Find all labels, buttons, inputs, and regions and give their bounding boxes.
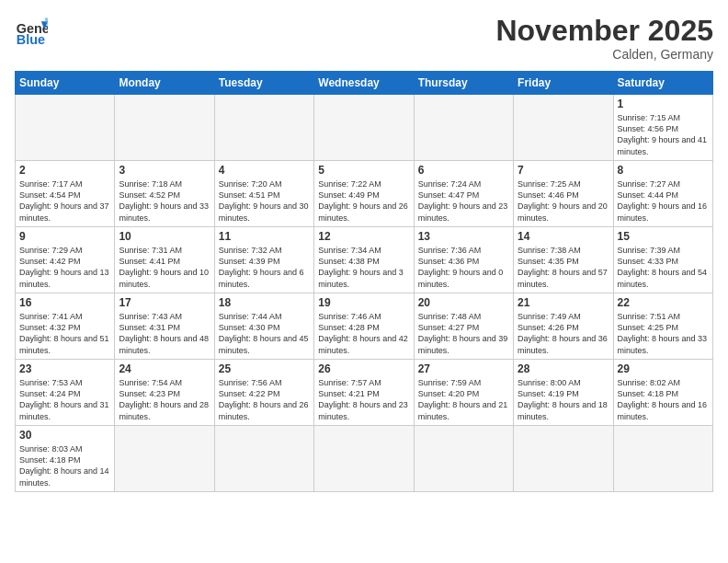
table-row: 2Sunrise: 7:17 AM Sunset: 4:54 PM Daylig…	[16, 161, 115, 227]
day-info: Sunrise: 8:00 AM Sunset: 4:19 PM Dayligh…	[518, 377, 609, 422]
table-row: 14Sunrise: 7:38 AM Sunset: 4:35 PM Dayli…	[514, 227, 613, 293]
calendar-title: November 2025	[495, 15, 713, 47]
day-number: 27	[418, 362, 509, 375]
day-info: Sunrise: 7:20 AM Sunset: 4:51 PM Dayligh…	[219, 178, 310, 224]
weekday-header-row: Sunday Monday Tuesday Wednesday Thursday…	[16, 72, 713, 95]
day-info: Sunrise: 7:56 AM Sunset: 4:22 PM Dayligh…	[219, 377, 310, 422]
calendar-week-row: 9Sunrise: 7:29 AM Sunset: 4:42 PM Daylig…	[16, 227, 713, 293]
day-info: Sunrise: 7:18 AM Sunset: 4:52 PM Dayligh…	[119, 178, 210, 224]
table-row: 4Sunrise: 7:20 AM Sunset: 4:51 PM Daylig…	[214, 161, 313, 227]
header-sunday: Sunday	[16, 72, 115, 95]
day-info: Sunrise: 7:43 AM Sunset: 4:31 PM Dayligh…	[119, 311, 210, 356]
table-row: 24Sunrise: 7:54 AM Sunset: 4:23 PM Dayli…	[115, 360, 214, 426]
day-info: Sunrise: 7:57 AM Sunset: 4:21 PM Dayligh…	[318, 377, 409, 422]
day-number: 28	[518, 362, 609, 375]
day-info: Sunrise: 7:22 AM Sunset: 4:49 PM Dayligh…	[318, 178, 409, 224]
day-info: Sunrise: 7:51 AM Sunset: 4:25 PM Dayligh…	[618, 311, 709, 356]
table-row	[414, 426, 513, 492]
day-number: 18	[219, 296, 310, 309]
day-number: 29	[618, 362, 709, 375]
calendar-table: Sunday Monday Tuesday Wednesday Thursday…	[15, 71, 713, 492]
day-number: 7	[518, 164, 609, 177]
day-info: Sunrise: 7:24 AM Sunset: 4:47 PM Dayligh…	[418, 178, 509, 224]
day-number: 6	[418, 164, 509, 177]
day-info: Sunrise: 7:44 AM Sunset: 4:30 PM Dayligh…	[219, 311, 310, 356]
table-row: 20Sunrise: 7:48 AM Sunset: 4:27 PM Dayli…	[414, 293, 513, 360]
table-row: 27Sunrise: 7:59 AM Sunset: 4:20 PM Dayli…	[414, 360, 513, 426]
table-row: 10Sunrise: 7:31 AM Sunset: 4:41 PM Dayli…	[115, 227, 214, 293]
day-number: 3	[119, 164, 210, 177]
calendar-week-row: 30Sunrise: 8:03 AM Sunset: 4:18 PM Dayli…	[16, 426, 713, 492]
day-number: 23	[19, 362, 110, 375]
table-row: 25Sunrise: 7:56 AM Sunset: 4:22 PM Dayli…	[214, 360, 313, 426]
table-row	[514, 426, 613, 492]
table-row: 13Sunrise: 7:36 AM Sunset: 4:36 PM Dayli…	[414, 227, 513, 293]
table-row	[214, 426, 313, 492]
day-number: 1	[618, 98, 709, 110]
day-info: Sunrise: 7:39 AM Sunset: 4:33 PM Dayligh…	[618, 245, 709, 290]
day-info: Sunrise: 7:32 AM Sunset: 4:39 PM Dayligh…	[219, 245, 310, 290]
table-row	[115, 426, 214, 492]
day-number: 26	[318, 362, 409, 375]
day-info: Sunrise: 7:54 AM Sunset: 4:23 PM Dayligh…	[119, 377, 210, 422]
table-row: 22Sunrise: 7:51 AM Sunset: 4:25 PM Dayli…	[613, 293, 712, 360]
day-info: Sunrise: 8:02 AM Sunset: 4:18 PM Dayligh…	[618, 377, 709, 422]
table-row: 8Sunrise: 7:27 AM Sunset: 4:44 PM Daylig…	[613, 161, 712, 227]
day-info: Sunrise: 7:36 AM Sunset: 4:36 PM Dayligh…	[418, 245, 509, 290]
table-row: 3Sunrise: 7:18 AM Sunset: 4:52 PM Daylig…	[115, 161, 214, 227]
table-row	[314, 95, 414, 161]
page: General Blue November 2025 Calden, Germa…	[0, 0, 728, 563]
day-info: Sunrise: 7:53 AM Sunset: 4:24 PM Dayligh…	[19, 377, 110, 422]
day-number: 24	[119, 362, 210, 375]
calendar-week-row: 1Sunrise: 7:15 AM Sunset: 4:56 PM Daylig…	[16, 95, 713, 161]
table-row: 17Sunrise: 7:43 AM Sunset: 4:31 PM Dayli…	[115, 293, 214, 360]
day-info: Sunrise: 7:59 AM Sunset: 4:20 PM Dayligh…	[418, 377, 509, 422]
day-number: 11	[219, 230, 310, 243]
logo-icon: General Blue	[15, 15, 48, 48]
calendar-week-row: 2Sunrise: 7:17 AM Sunset: 4:54 PM Daylig…	[16, 161, 713, 227]
table-row	[16, 95, 115, 161]
day-number: 12	[318, 230, 409, 243]
day-number: 22	[618, 296, 709, 309]
day-info: Sunrise: 7:31 AM Sunset: 4:41 PM Dayligh…	[119, 245, 210, 290]
table-row: 26Sunrise: 7:57 AM Sunset: 4:21 PM Dayli…	[314, 360, 414, 426]
table-row: 18Sunrise: 7:44 AM Sunset: 4:30 PM Dayli…	[214, 293, 313, 360]
header-wednesday: Wednesday	[314, 72, 414, 95]
table-row	[314, 426, 414, 492]
day-number: 25	[219, 362, 310, 375]
table-row: 11Sunrise: 7:32 AM Sunset: 4:39 PM Dayli…	[214, 227, 313, 293]
day-info: Sunrise: 7:41 AM Sunset: 4:32 PM Dayligh…	[19, 311, 110, 356]
day-info: Sunrise: 7:49 AM Sunset: 4:26 PM Dayligh…	[518, 311, 609, 356]
header-thursday: Thursday	[414, 72, 513, 95]
day-number: 5	[318, 164, 409, 177]
table-row: 7Sunrise: 7:25 AM Sunset: 4:46 PM Daylig…	[514, 161, 613, 227]
table-row: 1Sunrise: 7:15 AM Sunset: 4:56 PM Daylig…	[613, 95, 712, 161]
day-info: Sunrise: 7:34 AM Sunset: 4:38 PM Dayligh…	[318, 245, 409, 290]
day-number: 17	[119, 296, 210, 309]
day-number: 19	[318, 296, 409, 309]
day-info: Sunrise: 8:03 AM Sunset: 4:18 PM Dayligh…	[19, 443, 110, 488]
table-row	[613, 426, 712, 492]
day-info: Sunrise: 7:17 AM Sunset: 4:54 PM Dayligh…	[19, 178, 110, 224]
day-number: 30	[19, 429, 110, 442]
day-number: 2	[19, 164, 110, 177]
header-saturday: Saturday	[613, 72, 712, 95]
day-number: 21	[518, 296, 609, 309]
table-row: 28Sunrise: 8:00 AM Sunset: 4:19 PM Dayli…	[514, 360, 613, 426]
table-row: 6Sunrise: 7:24 AM Sunset: 4:47 PM Daylig…	[414, 161, 513, 227]
day-number: 14	[518, 230, 609, 243]
table-row: 21Sunrise: 7:49 AM Sunset: 4:26 PM Dayli…	[514, 293, 613, 360]
day-info: Sunrise: 7:38 AM Sunset: 4:35 PM Dayligh…	[518, 245, 609, 290]
calendar-week-row: 16Sunrise: 7:41 AM Sunset: 4:32 PM Dayli…	[16, 293, 713, 360]
table-row: 16Sunrise: 7:41 AM Sunset: 4:32 PM Dayli…	[16, 293, 115, 360]
header-monday: Monday	[115, 72, 214, 95]
table-row: 9Sunrise: 7:29 AM Sunset: 4:42 PM Daylig…	[16, 227, 115, 293]
table-row	[514, 95, 613, 161]
day-number: 20	[418, 296, 509, 309]
table-row: 29Sunrise: 8:02 AM Sunset: 4:18 PM Dayli…	[613, 360, 712, 426]
calendar-subtitle: Calden, Germany	[495, 47, 713, 62]
day-info: Sunrise: 7:48 AM Sunset: 4:27 PM Dayligh…	[418, 311, 509, 356]
table-row: 5Sunrise: 7:22 AM Sunset: 4:49 PM Daylig…	[314, 161, 414, 227]
table-row: 23Sunrise: 7:53 AM Sunset: 4:24 PM Dayli…	[16, 360, 115, 426]
table-row	[214, 95, 313, 161]
